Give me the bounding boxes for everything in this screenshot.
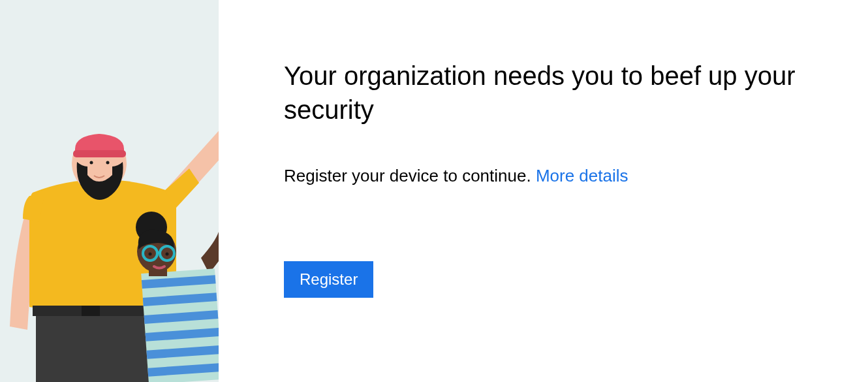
page-heading: Your organization needs you to beef up y…: [284, 59, 803, 127]
svg-rect-7: [82, 306, 100, 316]
more-details-link[interactable]: More details: [536, 166, 628, 185]
svg-point-22: [166, 253, 169, 256]
illustration-panel: [0, 0, 219, 382]
svg-point-21: [149, 253, 152, 256]
description-text: Register your device to continue. More d…: [284, 166, 803, 186]
description-prefix: Register your device to continue.: [284, 166, 536, 185]
svg-point-5: [106, 161, 110, 165]
register-button[interactable]: Register: [284, 261, 373, 298]
people-illustration-icon: [0, 0, 219, 382]
content-panel: Your organization needs you to beef up y…: [219, 0, 868, 382]
svg-rect-2: [73, 150, 126, 157]
svg-point-4: [90, 161, 93, 165]
